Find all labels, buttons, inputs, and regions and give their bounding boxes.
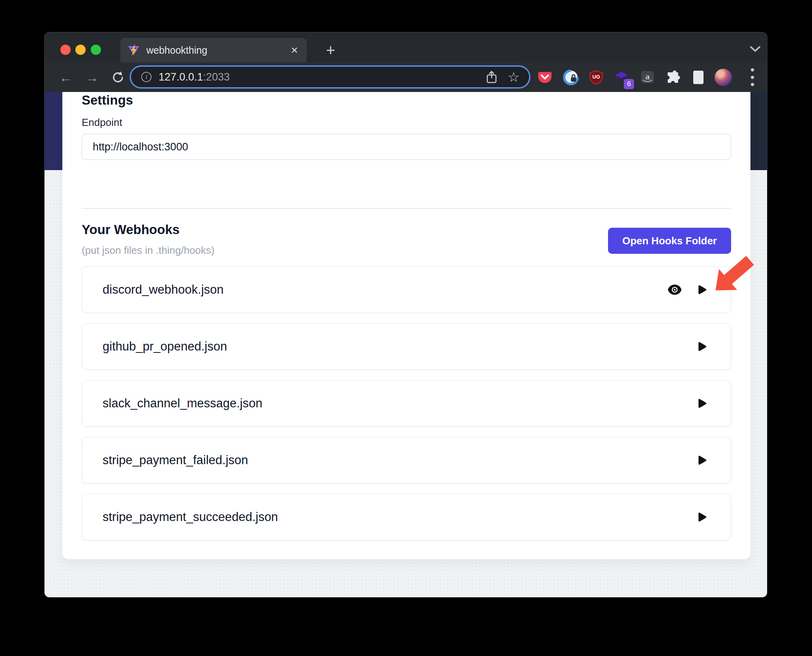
share-icon[interactable] xyxy=(486,70,498,84)
close-window-button[interactable] xyxy=(60,45,71,55)
profile-avatar[interactable] xyxy=(715,69,732,86)
webhook-actions xyxy=(694,395,710,411)
pocket-extension-icon[interactable] xyxy=(536,69,554,86)
bookmark-star-icon[interactable]: ☆ xyxy=(508,70,520,84)
webhook-actions xyxy=(694,452,710,468)
main-card: Settings Endpoint Your Webhooks (put jso… xyxy=(62,92,750,559)
run-play-icon-button[interactable] xyxy=(694,452,710,468)
address-bar[interactable]: i 127.0.0.1:2033 ☆ xyxy=(130,66,530,88)
webhook-row: github_pr_opened.json xyxy=(82,323,731,370)
extension-badge: 6 xyxy=(624,79,634,89)
run-play-icon-button[interactable] xyxy=(694,395,710,411)
tab-close-icon[interactable]: × xyxy=(291,44,298,56)
site-info-icon[interactable]: i xyxy=(141,72,152,82)
tab-bar: webhookthing × + xyxy=(45,32,767,62)
webhooks-subtitle: (put json files in .thing/hooks) xyxy=(82,244,215,257)
back-button[interactable]: ← xyxy=(56,68,75,87)
webhook-filename: stripe_payment_failed.json xyxy=(103,453,248,467)
webhook-filename: github_pr_opened.json xyxy=(103,339,227,354)
view-eye-icon-button[interactable] xyxy=(667,282,683,298)
webhook-actions xyxy=(694,509,710,525)
webhook-filename: discord_webhook.json xyxy=(103,283,224,297)
endpoint-input[interactable] xyxy=(82,134,731,160)
url-port: :2033 xyxy=(203,71,230,83)
tab-title: webhookthing xyxy=(146,45,291,56)
run-play-icon-button[interactable] xyxy=(694,339,710,354)
endpoint-label: Endpoint xyxy=(82,116,122,129)
webhook-row: discord_webhook.json xyxy=(82,266,731,313)
amazon-extension-icon[interactable]: a xyxy=(639,69,656,86)
run-play-icon-button[interactable] xyxy=(694,282,710,298)
webhook-list: discord_webhook.json github_pr_opened.js… xyxy=(82,266,731,551)
settings-heading: Settings xyxy=(82,93,133,108)
new-tab-button[interactable]: + xyxy=(320,39,341,61)
browser-toolbar: ← → i 127.0.0.1:2033 ☆ xyxy=(45,62,767,92)
webhook-actions xyxy=(667,282,710,298)
webhookthing-logo-icon xyxy=(127,43,141,57)
forward-button[interactable]: → xyxy=(82,68,101,87)
tab-search-chevron-icon[interactable] xyxy=(746,41,764,57)
section-divider xyxy=(82,208,731,209)
open-hooks-folder-button[interactable]: Open Hooks Folder xyxy=(608,228,731,254)
maximize-window-button[interactable] xyxy=(91,45,101,55)
extensions-puzzle-icon[interactable] xyxy=(664,69,682,86)
webhook-row: slack_channel_message.json xyxy=(82,380,731,427)
webhooks-heading: Your Webhooks xyxy=(82,222,180,237)
password-lock-extension-icon[interactable] xyxy=(562,69,580,86)
svg-text:a: a xyxy=(645,71,650,81)
svg-text:UO: UO xyxy=(593,74,600,80)
url-text[interactable]: 127.0.0.1:2033 xyxy=(159,71,230,83)
webhook-row: stripe_payment_succeeded.json xyxy=(82,494,731,540)
page-webhookthing: Settings Endpoint Your Webhooks (put jso… xyxy=(45,92,767,597)
browser-menu-icon[interactable]: ••• xyxy=(744,69,761,86)
webhook-filename: stripe_payment_succeeded.json xyxy=(103,510,278,524)
side-panel-icon[interactable] xyxy=(690,69,707,86)
webhook-row: stripe_payment_failed.json xyxy=(82,437,731,484)
webhook-filename: slack_channel_message.json xyxy=(103,396,262,410)
browser-window: webhookthing × + ← → i 127.0.0.1:2033 xyxy=(45,32,767,597)
minimize-window-button[interactable] xyxy=(75,45,86,55)
ublock-origin-extension-icon[interactable]: UO xyxy=(587,69,605,86)
webhook-actions xyxy=(694,339,710,354)
run-play-icon-button[interactable] xyxy=(694,509,710,525)
stack-extension-icon[interactable]: 6 xyxy=(613,69,630,86)
url-host: 127.0.0.1 xyxy=(159,71,203,83)
tab-webhookthing[interactable]: webhookthing × xyxy=(120,38,307,62)
reload-button[interactable] xyxy=(109,68,127,87)
